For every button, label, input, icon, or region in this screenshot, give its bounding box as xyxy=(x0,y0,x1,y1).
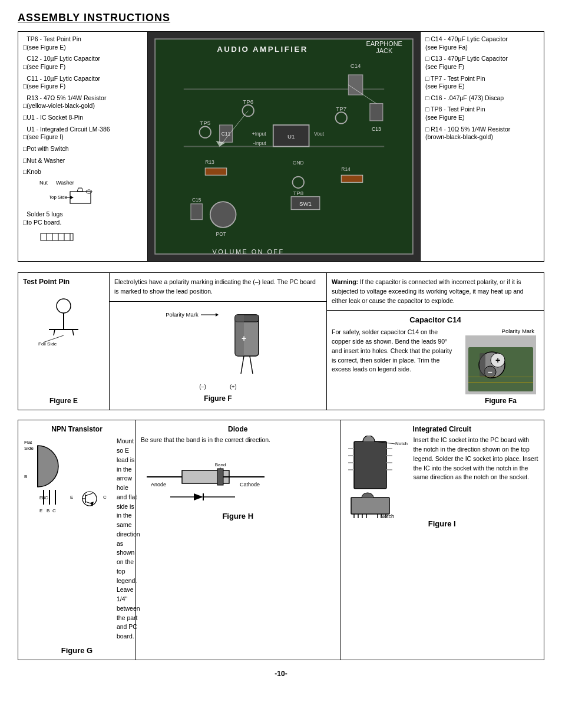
svg-point-53 xyxy=(57,299,71,313)
svg-text:C14: C14 xyxy=(351,62,361,69)
svg-rect-25 xyxy=(348,75,362,95)
svg-text:Cathode: Cathode xyxy=(240,482,260,487)
figure-e-label: Figure E xyxy=(49,397,78,405)
svg-rect-76 xyxy=(480,353,485,377)
figure-i-title: Integrated Circuit xyxy=(345,425,540,433)
cap-body-svg: + xyxy=(223,309,270,380)
middle-section: Test Point Pin Foil Side of PC Board Fig… xyxy=(18,272,544,410)
check-tp7: TP7 - Test Point Pin(see Figure E) xyxy=(425,75,539,91)
svg-line-67 xyxy=(241,356,244,374)
left-checklist: TP6 - Test Point Pin(see Figure E) C12 -… xyxy=(18,32,148,261)
figure-g-box: NPN Transistor Flat Side E xyxy=(18,420,136,660)
svg-text:B: B xyxy=(24,474,27,479)
figure-e-svg: Foil Side of PC Board xyxy=(37,289,90,348)
check-tp8: TP8 - Test Point Pin(see Figure E) xyxy=(425,106,539,121)
svg-text:TP6: TP6 xyxy=(243,98,253,105)
svg-text:TP7: TP7 xyxy=(336,106,346,112)
svg-text:AUDIO AMPLIFIER: AUDIO AMPLIFIER xyxy=(217,45,308,54)
svg-text:Band: Band xyxy=(215,462,226,467)
warning-text: If the capacitor is connected with incor… xyxy=(332,278,524,304)
bottom-section: NPN Transistor Flat Side E xyxy=(18,420,544,660)
svg-text:Vout: Vout xyxy=(314,131,325,137)
svg-marker-107 xyxy=(194,493,203,500)
svg-text:JACK: JACK xyxy=(376,47,393,54)
pot-svg: Top Side xyxy=(48,187,118,209)
capacitor-figure: Polarity Mark + xyxy=(166,309,270,380)
svg-rect-99 xyxy=(217,469,223,485)
svg-line-94 xyxy=(85,493,92,496)
pcb-image: AUDIO AMPLIFIER EARPHONE JACK TP5 TP6 C1… xyxy=(148,32,420,261)
svg-marker-5 xyxy=(70,196,74,199)
figure-h-content: Be sure that the band is in the correct … xyxy=(141,436,335,512)
check-u1a: U1 - IC Socket 8-Pin xyxy=(23,114,143,122)
svg-text:VOLUME   ON   OFF: VOLUME ON OFF xyxy=(212,248,284,255)
svg-text:Foil Side: Foil Side xyxy=(38,341,57,347)
check-knob: Knob xyxy=(23,168,143,176)
check-r14: R14 - 10Ω 5% 1/4W Resistor(brown-black-b… xyxy=(425,126,539,141)
lead-pos: (+) xyxy=(230,383,237,390)
top-section: TP6 - Test Point Pin(see Figure E) C12 -… xyxy=(18,31,544,262)
figure-i-box: Integrated Circuit xyxy=(340,420,544,660)
transistor-svg: Flat Side E B C EBC xyxy=(23,437,67,513)
svg-text:POT: POT xyxy=(216,231,226,237)
figure-f-intro: Electrolytics have a polarity marking in… xyxy=(110,273,326,302)
figure-fa-polarity-label: Polarity Mark xyxy=(502,328,534,334)
figure-e-title: Test Point Pin xyxy=(23,278,70,286)
svg-text:C15: C15 xyxy=(192,197,201,203)
svg-rect-47 xyxy=(191,204,202,220)
figure-h-box: Diode Be sure that the band is in the co… xyxy=(136,420,340,660)
svg-line-68 xyxy=(250,356,253,374)
check-c16: C16 - .047µF (473) Discap xyxy=(425,94,539,103)
figure-f-intro-text: Electrolytics have a polarity marking in… xyxy=(114,278,316,295)
check-u1b: U1 - Integrated Circuit LM-386(see Figur… xyxy=(23,126,143,141)
figure-f-drawing: Polarity Mark + xyxy=(110,302,326,410)
svg-text:E: E xyxy=(39,508,42,513)
page-number: -10- xyxy=(18,670,544,678)
svg-text:–: – xyxy=(488,367,492,377)
figure-fa-row: For safety, solder capacitor C14 on the … xyxy=(332,328,539,405)
figure-fa-desc: For safety, solder capacitor C14 on the … xyxy=(332,328,452,373)
figure-f-label: Figure F xyxy=(204,394,232,403)
ic-drawing: Notch Notch xyxy=(345,436,410,519)
svg-text:Side: Side xyxy=(24,446,34,451)
transistor-drawing: Flat Side E B C EBC xyxy=(23,437,113,515)
svg-text:B: B xyxy=(47,508,49,513)
svg-text:-Input: -Input xyxy=(253,140,266,146)
figure-g-title: NPN Transistor xyxy=(23,425,131,433)
svg-text:+: + xyxy=(242,334,246,343)
svg-rect-41 xyxy=(341,175,362,182)
svg-marker-62 xyxy=(216,313,219,317)
svg-line-57 xyxy=(72,330,74,335)
figure-h-title: Diode xyxy=(141,425,335,433)
svg-text:C: C xyxy=(52,508,56,513)
check-c11: C11 - 10µF Lytic Capacitor(see Figure F) xyxy=(23,75,143,91)
figure-h-label: Figure H xyxy=(141,512,335,521)
figure-fa-box: Capacitor C14 For safety, solder capacit… xyxy=(327,311,544,410)
lead-neg: (–) xyxy=(199,383,206,390)
figure-fa-text: For safety, solder capacitor C14 on the … xyxy=(332,328,457,374)
svg-text:R14: R14 xyxy=(341,166,351,172)
svg-marker-2 xyxy=(77,188,83,192)
svg-text:EBC: EBC xyxy=(39,496,48,500)
svg-rect-6 xyxy=(41,233,73,241)
figure-i-text: Insert the IC socket into the PC board w… xyxy=(414,436,540,519)
figure-fa-image: Polarity Mark + – xyxy=(462,328,539,405)
check-nut: Nut & Washer xyxy=(23,157,143,165)
svg-rect-39 xyxy=(205,168,226,175)
right-checklist: C14 - 470µF Lytic Capacitor(see Figure F… xyxy=(420,32,544,261)
polarity-mark-label-f: Polarity Mark xyxy=(166,311,198,318)
check-tp6: TP6 - Test Point Pin(see Figure E) xyxy=(23,35,143,51)
svg-text:+Input: +Input xyxy=(252,131,267,137)
figure-fa-label: Figure Fa xyxy=(485,397,517,405)
svg-text:SW1: SW1 xyxy=(299,200,312,207)
svg-text:Top Side: Top Side xyxy=(49,195,68,200)
svg-text:Anode: Anode xyxy=(151,482,166,487)
cap-leads: (–) (+) xyxy=(199,383,237,390)
svg-rect-110 xyxy=(354,442,386,489)
svg-line-56 xyxy=(54,330,55,335)
figure-h-text: Be sure that the band is in the correct … xyxy=(141,436,335,445)
svg-text:+: + xyxy=(495,355,500,365)
svg-text:C: C xyxy=(103,495,107,500)
diode-svg: Band Anode Cathode xyxy=(141,450,270,509)
svg-text:Notch: Notch xyxy=(395,441,408,446)
